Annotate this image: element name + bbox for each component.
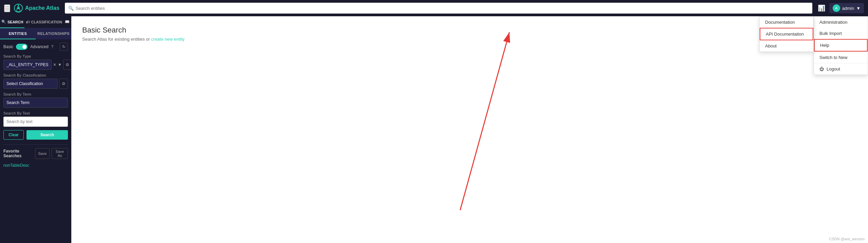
admin-dropdown-menu: Administration Bulk Import Help Switch t… [814, 16, 868, 75]
basic-advanced-toggle[interactable] [16, 44, 28, 50]
filter-icon: ⚙ [66, 62, 69, 67]
type-clear-icon[interactable]: ✕ [53, 62, 56, 67]
page-title: Basic Search [82, 26, 857, 35]
sub-tabs: ENTITIES RELATIONSHIPS [0, 28, 71, 39]
dropdown-item-help[interactable]: Help [814, 39, 868, 52]
save-as-button[interactable]: Save As [52, 148, 68, 159]
favorite-search-item[interactable]: nonTableDesc [3, 162, 68, 169]
search-by-text-label: Search By Text [3, 111, 68, 115]
sub-tab-entities[interactable]: ENTITIES [0, 28, 36, 39]
term-select[interactable]: Search Term [3, 98, 68, 108]
search-by-classification-label: Search By Classification [3, 73, 68, 77]
logo-area: Apache Atlas [14, 3, 59, 13]
favorite-searches-title: Favorite Searches [3, 149, 35, 158]
top-navigation: ☰ Apache Atlas 🔍 📊 A admin ▼ Administrat… [0, 0, 868, 16]
basic-label: Basic [3, 44, 13, 49]
logout-icon: ⏻ [819, 66, 824, 72]
nav-left: ☰ Apache Atlas [4, 3, 59, 13]
classification-select-row: Select Classification ⚙ [3, 79, 68, 89]
main-layout: 🔍 SEARCH 🏷 CLASSIFICATION 📖 GLOSSARY ENT… [0, 16, 868, 243]
favorite-searches-buttons: Save Save As [35, 148, 68, 159]
create-new-entity-link[interactable]: create new entity [151, 37, 184, 42]
clear-button[interactable]: Clear [3, 130, 24, 140]
admin-chevron-icon: ▼ [856, 6, 861, 11]
dropdown-item-administration[interactable]: Administration [814, 17, 868, 28]
search-by-text-input[interactable] [3, 117, 68, 127]
type-chevron-icon[interactable]: ▼ [58, 62, 62, 67]
classification-select[interactable]: Select Classification [3, 79, 58, 89]
main-content: Basic Search Search Atlas for existing e… [71, 16, 868, 243]
save-button[interactable]: Save [35, 148, 50, 159]
classification-filter-icon: ⚙ [62, 81, 66, 86]
sidebar-tab-glossary[interactable]: 📖 GLOSSARY [64, 16, 71, 28]
search-button[interactable]: Search [26, 130, 68, 140]
global-search-bar[interactable]: 🔍 [65, 3, 812, 14]
search-by-text-group: Search By Text [3, 111, 68, 127]
subtitle-text: Search Atlas for existing entities or [82, 37, 151, 42]
sidebar-content: Basic Advanced ? ↻ Search By Type _ALL_E… [0, 39, 71, 173]
search-by-type-group: Search By Type _ALL_ENTITY_TYPES ✕ ▼ ⚙ [3, 54, 68, 70]
search-by-term-group: Search By Term Search Term [3, 92, 68, 108]
glossary-tab-icon: 📖 [65, 20, 70, 24]
dropdown-item-logout[interactable]: ⏻ Logout [814, 63, 868, 75]
doc-item-about[interactable]: About [760, 40, 813, 52]
classification-filter-button[interactable]: ⚙ [59, 79, 68, 89]
search-bar-icon: 🔍 [68, 6, 74, 11]
sidebar-tabs: 🔍 SEARCH 🏷 CLASSIFICATION 📖 GLOSSARY [0, 16, 71, 28]
sidebar-tab-search[interactable]: 🔍 SEARCH [0, 16, 24, 28]
search-by-term-label: Search By Term [3, 92, 68, 96]
sidebar: 🔍 SEARCH 🏷 CLASSIFICATION 📖 GLOSSARY ENT… [0, 16, 71, 243]
doc-item-api-documentation[interactable]: API Documentation [760, 28, 813, 40]
help-icon[interactable]: ? [51, 44, 54, 49]
admin-avatar: A [833, 4, 840, 12]
admin-label: admin [842, 6, 854, 11]
doc-popup-menu: Documentation API Documentation About [759, 16, 814, 52]
type-filter-button[interactable]: ⚙ [63, 60, 71, 70]
nav-right: 📊 A admin ▼ [818, 3, 864, 13]
search-by-classification-group: Search By Classification Select Classifi… [3, 73, 68, 89]
logo-text: Apache Atlas [25, 5, 59, 11]
search-by-type-label: Search By Type [3, 54, 68, 58]
doc-item-documentation[interactable]: Documentation [760, 17, 813, 28]
admin-button[interactable]: A admin ▼ [829, 3, 864, 13]
hamburger-button[interactable]: ☰ [4, 4, 10, 12]
advanced-label: Advanced [30, 44, 48, 49]
search-tab-icon: 🔍 [1, 20, 6, 24]
sidebar-tab-classification[interactable]: 🏷 CLASSIFICATION [24, 16, 63, 28]
favorite-searches-header: Favorite Searches Save Save As [3, 148, 68, 159]
classification-tab-icon: 🏷 [26, 20, 30, 24]
type-select-wrapper: _ALL_ENTITY_TYPES ✕ ▼ ⚙ [3, 60, 68, 70]
page-subtitle: Search Atlas for existing entities or cr… [82, 37, 857, 42]
global-search-input[interactable] [76, 6, 809, 11]
watermark: CSDN @wxl_winston [829, 237, 865, 241]
atlas-logo-icon [14, 3, 23, 13]
toggle-row: Basic Advanced ? ↻ [3, 43, 68, 51]
favorite-searches-section: Favorite Searches Save Save As nonTableD… [3, 144, 68, 169]
search-button-row: Clear Search [3, 130, 68, 140]
sub-tab-relationships[interactable]: RELATIONSHIPS [36, 28, 71, 39]
type-select[interactable]: _ALL_ENTITY_TYPES [3, 60, 52, 70]
dropdown-item-switch[interactable]: Switch to New [814, 52, 868, 63]
chart-icon-button[interactable]: 📊 [818, 4, 825, 12]
svg-point-2 [17, 7, 19, 9]
refresh-button[interactable]: ↻ [60, 43, 68, 51]
dropdown-item-bulk-import[interactable]: Bulk Import [814, 28, 868, 39]
